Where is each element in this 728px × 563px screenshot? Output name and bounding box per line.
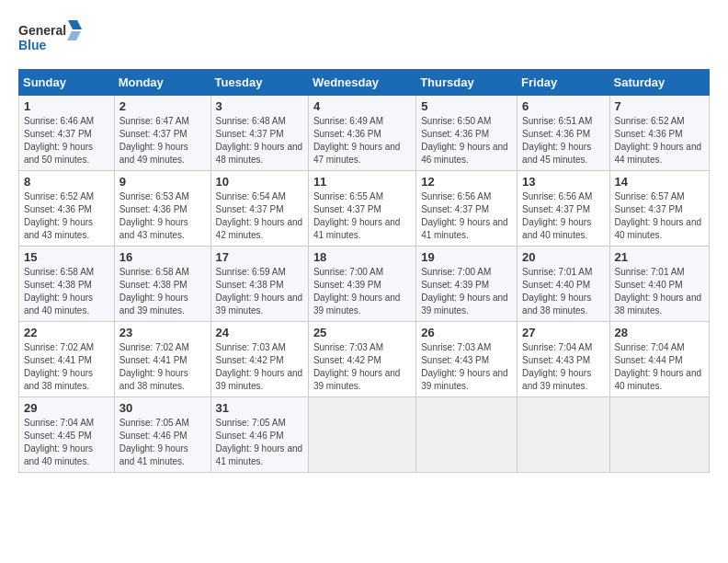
calendar-cell: 1Sunrise: 6:46 AMSunset: 4:37 PMDaylight… xyxy=(19,96,115,171)
day-number: 25 xyxy=(313,326,411,339)
day-number: 27 xyxy=(522,326,604,339)
day-info: Sunrise: 7:01 AMSunset: 4:40 PMDaylight:… xyxy=(522,266,604,317)
day-info: Sunrise: 7:03 AMSunset: 4:42 PMDaylight:… xyxy=(216,341,303,393)
day-info: Sunrise: 6:58 AMSunset: 4:38 PMDaylight:… xyxy=(119,266,206,317)
day-info: Sunrise: 7:04 AMSunset: 4:43 PMDaylight:… xyxy=(522,341,604,393)
calendar-cell: 11Sunrise: 6:55 AMSunset: 4:37 PMDayligh… xyxy=(308,171,415,247)
calendar-cell: 7Sunrise: 6:52 AMSunset: 4:36 PMDaylight… xyxy=(609,96,709,171)
day-number: 10 xyxy=(216,175,303,189)
calendar-cell: 5Sunrise: 6:50 AMSunset: 4:36 PMDaylight… xyxy=(416,96,518,171)
calendar-cell: 13Sunrise: 6:56 AMSunset: 4:37 PMDayligh… xyxy=(518,171,609,247)
day-number: 22 xyxy=(24,326,109,339)
logo: General Blue xyxy=(18,18,83,60)
calendar-cell xyxy=(416,397,518,473)
day-info: Sunrise: 7:04 AMSunset: 4:45 PMDaylight:… xyxy=(24,417,109,468)
weekday-header: Sunday xyxy=(19,70,115,96)
svg-text:Blue: Blue xyxy=(18,38,47,52)
svg-text:General: General xyxy=(18,23,66,38)
calendar-cell: 28Sunrise: 7:04 AMSunset: 4:44 PMDayligh… xyxy=(609,322,709,397)
day-info: Sunrise: 6:56 AMSunset: 4:37 PMDaylight:… xyxy=(522,190,604,242)
day-info: Sunrise: 7:02 AMSunset: 4:41 PMDaylight:… xyxy=(119,341,206,393)
calendar-cell: 22Sunrise: 7:02 AMSunset: 4:41 PMDayligh… xyxy=(19,322,115,397)
calendar-cell: 30Sunrise: 7:05 AMSunset: 4:46 PMDayligh… xyxy=(114,397,210,473)
calendar-cell: 2Sunrise: 6:47 AMSunset: 4:37 PMDaylight… xyxy=(114,96,210,171)
calendar-cell: 21Sunrise: 7:01 AMSunset: 4:40 PMDayligh… xyxy=(609,247,709,322)
calendar-cell: 23Sunrise: 7:02 AMSunset: 4:41 PMDayligh… xyxy=(114,322,210,397)
day-number: 1 xyxy=(24,99,109,113)
day-number: 24 xyxy=(216,326,303,339)
day-info: Sunrise: 6:56 AMSunset: 4:37 PMDaylight:… xyxy=(421,190,512,242)
calendar-cell: 9Sunrise: 6:53 AMSunset: 4:36 PMDaylight… xyxy=(114,171,210,247)
day-info: Sunrise: 6:55 AMSunset: 4:37 PMDaylight:… xyxy=(313,190,411,242)
calendar-cell: 3Sunrise: 6:48 AMSunset: 4:37 PMDaylight… xyxy=(210,96,308,171)
calendar-cell: 24Sunrise: 7:03 AMSunset: 4:42 PMDayligh… xyxy=(210,322,308,397)
day-info: Sunrise: 7:03 AMSunset: 4:42 PMDaylight:… xyxy=(313,341,411,393)
weekday-header: Saturday xyxy=(609,70,709,96)
day-number: 16 xyxy=(119,250,206,264)
day-number: 9 xyxy=(119,175,206,189)
day-number: 20 xyxy=(522,250,604,264)
day-info: Sunrise: 6:54 AMSunset: 4:37 PMDaylight:… xyxy=(216,190,303,242)
day-number: 17 xyxy=(216,250,303,264)
day-info: Sunrise: 6:57 AMSunset: 4:37 PMDaylight:… xyxy=(615,190,704,242)
day-number: 2 xyxy=(119,99,206,113)
day-number: 6 xyxy=(522,99,604,113)
calendar-week-row: 1Sunrise: 6:46 AMSunset: 4:37 PMDaylight… xyxy=(19,96,710,171)
day-number: 4 xyxy=(313,99,411,113)
day-info: Sunrise: 6:51 AMSunset: 4:36 PMDaylight:… xyxy=(522,115,604,167)
day-number: 28 xyxy=(615,326,704,339)
day-number: 3 xyxy=(216,99,303,113)
day-info: Sunrise: 6:50 AMSunset: 4:36 PMDaylight:… xyxy=(421,115,512,167)
calendar-week-row: 15Sunrise: 6:58 AMSunset: 4:38 PMDayligh… xyxy=(19,247,710,322)
svg-marker-2 xyxy=(68,20,82,29)
day-info: Sunrise: 6:58 AMSunset: 4:38 PMDaylight:… xyxy=(24,266,109,317)
calendar-cell xyxy=(609,397,709,473)
day-info: Sunrise: 6:59 AMSunset: 4:38 PMDaylight:… xyxy=(216,266,303,317)
calendar-cell: 29Sunrise: 7:04 AMSunset: 4:45 PMDayligh… xyxy=(19,397,115,473)
weekday-header: Friday xyxy=(518,70,609,96)
day-number: 19 xyxy=(421,250,512,264)
day-number: 15 xyxy=(24,250,109,264)
day-number: 13 xyxy=(522,175,604,189)
calendar-week-row: 22Sunrise: 7:02 AMSunset: 4:41 PMDayligh… xyxy=(19,322,710,397)
calendar-week-row: 29Sunrise: 7:04 AMSunset: 4:45 PMDayligh… xyxy=(19,397,710,473)
day-info: Sunrise: 6:49 AMSunset: 4:36 PMDaylight:… xyxy=(313,115,411,167)
calendar-cell: 6Sunrise: 6:51 AMSunset: 4:36 PMDaylight… xyxy=(518,96,609,171)
weekday-header-row: SundayMondayTuesdayWednesdayThursdayFrid… xyxy=(19,70,710,96)
day-info: Sunrise: 6:53 AMSunset: 4:36 PMDaylight:… xyxy=(119,190,206,242)
calendar-cell xyxy=(518,397,609,473)
day-info: Sunrise: 7:04 AMSunset: 4:44 PMDaylight:… xyxy=(615,341,704,393)
calendar-week-row: 8Sunrise: 6:52 AMSunset: 4:36 PMDaylight… xyxy=(19,171,710,247)
calendar-cell: 12Sunrise: 6:56 AMSunset: 4:37 PMDayligh… xyxy=(416,171,518,247)
day-number: 5 xyxy=(421,99,512,113)
day-number: 14 xyxy=(615,175,704,189)
calendar-cell: 10Sunrise: 6:54 AMSunset: 4:37 PMDayligh… xyxy=(210,171,308,247)
calendar-cell: 14Sunrise: 6:57 AMSunset: 4:37 PMDayligh… xyxy=(609,171,709,247)
calendar-cell: 16Sunrise: 6:58 AMSunset: 4:38 PMDayligh… xyxy=(114,247,210,322)
calendar-cell: 17Sunrise: 6:59 AMSunset: 4:38 PMDayligh… xyxy=(210,247,308,322)
svg-marker-3 xyxy=(67,31,81,40)
day-number: 8 xyxy=(24,175,109,189)
weekday-header: Tuesday xyxy=(210,70,308,96)
day-info: Sunrise: 6:47 AMSunset: 4:37 PMDaylight:… xyxy=(119,115,206,167)
page-header: General Blue xyxy=(18,18,710,60)
day-info: Sunrise: 7:02 AMSunset: 4:41 PMDaylight:… xyxy=(24,341,109,393)
day-info: Sunrise: 6:46 AMSunset: 4:37 PMDaylight:… xyxy=(24,115,109,167)
day-number: 31 xyxy=(216,401,303,415)
day-number: 11 xyxy=(313,175,411,189)
logo-svg: General Blue xyxy=(18,18,83,60)
day-info: Sunrise: 6:52 AMSunset: 4:36 PMDaylight:… xyxy=(615,115,704,167)
calendar-cell: 19Sunrise: 7:00 AMSunset: 4:39 PMDayligh… xyxy=(416,247,518,322)
calendar-cell: 25Sunrise: 7:03 AMSunset: 4:42 PMDayligh… xyxy=(308,322,415,397)
calendar-cell: 26Sunrise: 7:03 AMSunset: 4:43 PMDayligh… xyxy=(416,322,518,397)
calendar-cell: 20Sunrise: 7:01 AMSunset: 4:40 PMDayligh… xyxy=(518,247,609,322)
calendar-cell: 31Sunrise: 7:05 AMSunset: 4:46 PMDayligh… xyxy=(210,397,308,473)
day-number: 18 xyxy=(313,250,411,264)
weekday-header: Wednesday xyxy=(308,70,415,96)
day-number: 30 xyxy=(119,401,206,415)
day-info: Sunrise: 6:48 AMSunset: 4:37 PMDaylight:… xyxy=(216,115,303,167)
calendar-table: SundayMondayTuesdayWednesdayThursdayFrid… xyxy=(18,69,710,473)
day-number: 12 xyxy=(421,175,512,189)
calendar-cell: 15Sunrise: 6:58 AMSunset: 4:38 PMDayligh… xyxy=(19,247,115,322)
day-info: Sunrise: 7:00 AMSunset: 4:39 PMDaylight:… xyxy=(313,266,411,317)
